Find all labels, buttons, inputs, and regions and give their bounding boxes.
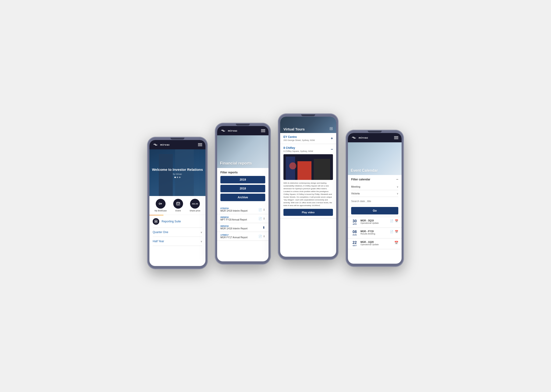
mirvac-logo-icon-2 <box>220 128 227 133</box>
phone-event-calendar: mirvac Event Calendar Filter calendar − … <box>346 130 404 267</box>
event-1q20-cal-active-icon[interactable]: 📅 <box>394 241 398 245</box>
filter-2019-btn[interactable]: 2019 <box>220 176 265 183</box>
phone2-menu-button[interactable] <box>261 129 265 132</box>
event-fy19-doc-icon[interactable]: 📄 <box>390 230 393 233</box>
go-button[interactable]: Go <box>351 207 398 214</box>
filter-archive-btn[interactable]: Archive <box>220 194 265 201</box>
vt-ey-expand[interactable]: + <box>331 136 333 140</box>
phone2-header: mirvac <box>217 126 268 135</box>
ec-hero: Event Calendar <box>348 142 402 175</box>
phone1-menu-button[interactable] <box>198 143 202 146</box>
phone1-hero-title: Welcome to Investor Relations <box>152 167 203 172</box>
report-1-doc-icon[interactable]: 📄 <box>258 208 262 211</box>
half-year-chevron: ∨ <box>201 240 202 243</box>
event-fy19-info: MGR - FY19 Results Briefing <box>360 230 388 235</box>
event-fy19-actions: 📄 📅 <box>390 230 398 233</box>
event-3q19-date: 30 APR <box>351 219 358 225</box>
event-1q20-month: OCT <box>351 245 358 247</box>
vt-header-actions: ⊞ <box>329 126 333 131</box>
phone1-hero-subtitle: by mirvac <box>152 173 203 175</box>
event-3q19-subtitle: Operational Update <box>360 222 388 224</box>
search-date-title-input[interactable] <box>351 200 398 203</box>
svg-marker-8 <box>178 204 179 205</box>
report-2-doc-icon[interactable]: 📄 <box>258 217 262 220</box>
phone2-logo-text: mirvac <box>228 129 237 132</box>
report-3-dl-icon[interactable]: ⬇ <box>262 226 265 229</box>
report-1-date: 07/02/19 <box>220 207 247 210</box>
share-price-button[interactable]: A$1.06 Share price <box>190 199 200 212</box>
share-price-label: Share price <box>190 210 200 212</box>
report-2-info: 09/08/18 MPT FY18 Annual Report <box>220 216 247 221</box>
vt-title: Virtual Tours <box>283 127 305 131</box>
search-date-title-row <box>351 197 398 205</box>
event-fy19-title: MGR - FY19 <box>360 230 388 233</box>
half-year-label: Half Year <box>153 240 164 243</box>
phone-financial-reports: mirvac Financial reports Filter reports … <box>215 123 271 265</box>
briefcase-icon <box>156 199 166 209</box>
event-icon <box>173 199 183 209</box>
phone1-hero: Welcome to Investor Relations by mirvac <box>149 149 205 196</box>
vt-item-ey-centre: EY Centre 200 George Street, Sydney, NSW… <box>280 133 336 144</box>
phone2-filter: Filter reports 2019 2018 Archive <box>217 168 268 205</box>
notch-4 <box>368 131 382 133</box>
menu-reporting-suite[interactable]: Reporting Suite <box>153 215 202 228</box>
event-3q19-title: MGR - 3Q19 <box>360 219 388 222</box>
event-3q19-actions: 📄 📅 <box>390 219 398 223</box>
event-1q20-title: MGR - 1Q20 <box>360 241 392 243</box>
phone4-logo: mirvac <box>351 135 368 140</box>
report-3-icons: ⬇ <box>262 226 265 229</box>
phone4-logo-text: mirvac <box>359 136 368 139</box>
event-3q19-month: APR <box>351 223 358 225</box>
event-fy19-subtitle: Results Briefing <box>360 233 388 235</box>
event-item-fy19: 08 AUG MGR - FY19 Results Briefing 📄 📅 <box>348 228 402 238</box>
filter-2018-btn[interactable]: 2018 <box>220 185 265 192</box>
report-2-icons: 📄 ⬇ <box>258 217 265 220</box>
filter-calendar-header: Filter calendar − <box>351 177 398 182</box>
dropdown-meeting-label: Meeting <box>351 185 360 188</box>
report-1-dl-icon[interactable]: ⬇ <box>263 208 265 211</box>
report-item-2: 09/08/18 MPT FY18 Annual Report 📄 ⬇ <box>217 214 268 223</box>
vt-8chifley-collapse[interactable]: − <box>331 147 333 151</box>
event-3q19-doc-icon[interactable]: 📄 <box>390 219 393 223</box>
scene: mirvac Welcome to Investor Relations by … <box>147 123 404 269</box>
report-1-name: MGR 1H19 Interim Report <box>220 210 247 212</box>
report-1-icons: 📄 ⬇ <box>258 208 265 211</box>
notch-1 <box>170 138 184 140</box>
event-fy19-day: 08 <box>351 230 358 234</box>
notch-3 <box>301 114 315 116</box>
reporting-icon <box>153 218 159 225</box>
event-1q20-subtitle: Operational Update <box>360 243 392 246</box>
play-video-button[interactable]: Play video <box>283 209 333 216</box>
briefcase-button[interactable]: My Briefcase <box>155 199 167 212</box>
menu-half-year[interactable]: Half Year ∨ <box>153 237 202 246</box>
report-item-4: 17/08/17 MGR FY17 Annual Report 📄 ⬇ <box>217 232 268 241</box>
report-2-dl-icon[interactable]: ⬇ <box>263 217 265 220</box>
briefcase-label: My Briefcase <box>155 210 167 212</box>
report-4-dl-icon[interactable]: ⬇ <box>263 235 265 238</box>
report-2-date: 09/08/18 <box>220 216 247 218</box>
phone4-menu-button[interactable] <box>394 136 398 139</box>
event-1q20-info: MGR - 1Q20 Operational Update <box>360 241 392 246</box>
event-1q20-date: 22 OCT <box>351 241 358 247</box>
svg-point-0 <box>159 203 160 204</box>
phone2-inner: mirvac Financial reports Filter reports … <box>217 126 268 261</box>
menu-quarter-one[interactable]: Quarter One ∨ <box>153 228 202 237</box>
event-3q19-cal-icon[interactable]: 📅 <box>395 219 398 223</box>
report-4-doc-icon[interactable]: 📄 <box>258 235 262 238</box>
phone3-inner: Virtual Tours ⊞ EY Centre 200 George Str… <box>280 117 336 257</box>
event-fy19-cal-icon[interactable]: 📅 <box>395 230 398 233</box>
report-4-icons: 📄 ⬇ <box>258 235 265 238</box>
dropdown-victoria-chevron: ∨ <box>397 192 398 195</box>
hero-dots <box>152 177 203 178</box>
filter-collapse-icon[interactable]: − <box>396 177 398 182</box>
vt-item-8chifley: 8 Chifley 9 Chifley Square, Sydney, NSW … <box>280 144 336 218</box>
dropdown-victoria[interactable]: Victoria ∨ <box>351 190 398 197</box>
event-button[interactable]: Event <box>173 199 183 212</box>
share-price-value: A$1.06 <box>192 203 198 205</box>
event-label: Event <box>175 210 181 212</box>
phone2-hero: Financial reports <box>217 135 268 168</box>
svg-rect-4 <box>177 202 180 205</box>
dropdown-meeting[interactable]: Meeting ∨ <box>351 183 398 190</box>
event-3q19-info: MGR - 3Q19 Operational Update <box>360 219 388 224</box>
phone-virtual-tours: Virtual Tours ⊞ EY Centre 200 George Str… <box>278 113 339 260</box>
